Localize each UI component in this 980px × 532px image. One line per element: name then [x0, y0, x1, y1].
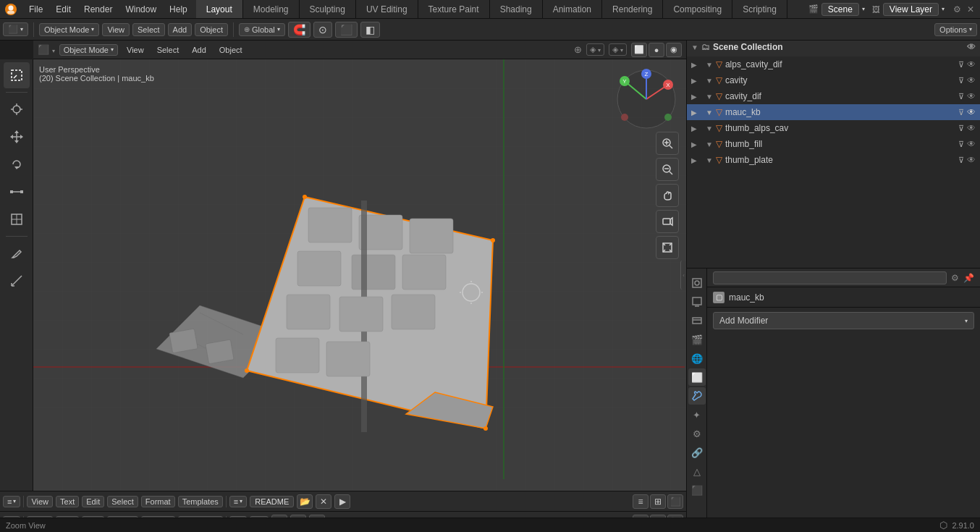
ol-item-thumb-alps-cav[interactable]: ▶ ▼ ▽ thumb_alps_cav ⊽ 👁 [687, 120, 980, 136]
workspace-texture-paint[interactable]: Texture Paint [418, 0, 490, 18]
editor-type-btn[interactable]: ⬛ ▾ [3, 22, 28, 36]
view-menu-btn[interactable]: View [102, 23, 130, 36]
grab-tool-btn[interactable] [656, 184, 679, 207]
camera-view-btn[interactable] [656, 210, 679, 233]
xray-btn[interactable]: ◧ [360, 22, 380, 38]
vis-icon-3[interactable]: 👁 [967, 91, 976, 101]
topbar-filter-icon[interactable]: ⚙ [953, 4, 961, 14]
props-viewlayer-icon[interactable] [688, 312, 706, 329]
vp-select-btn[interactable]: Select [153, 44, 184, 56]
props-material-icon[interactable]: ⬛ [688, 481, 706, 499]
strip1-select-btn[interactable]: Select [107, 496, 138, 507]
vp-add-btn[interactable]: Add [187, 44, 211, 56]
select-menu-btn[interactable]: Select [132, 23, 165, 36]
3d-viewport[interactable]: User Perspective (20) Scene Collection |… [33, 59, 686, 491]
proportional-btn[interactable]: ⊙ [313, 22, 332, 38]
workspace-compositing[interactable]: Compositing [663, 0, 732, 18]
shading-toggle[interactable]: ◈ ▾ [609, 43, 627, 56]
strip1-edit-btn[interactable]: Edit [82, 496, 104, 507]
props-search-input[interactable] [713, 271, 947, 284]
workspace-sculpting[interactable]: Sculpting [300, 0, 356, 18]
strip1-unlink-btn[interactable]: ✕ [316, 494, 331, 509]
move-btn[interactable] [4, 124, 30, 150]
measure-btn[interactable] [4, 268, 30, 294]
props-constraints-icon[interactable]: 🔗 [688, 444, 706, 461]
strip1-open-btn[interactable]: 📂 [297, 494, 313, 509]
scale-btn[interactable] [4, 179, 30, 205]
menu-help[interactable]: Help [164, 3, 193, 16]
strip1-layout-btn1[interactable]: ≡ [633, 494, 649, 509]
shading-solid[interactable]: ⬜ [631, 43, 647, 57]
strip1-text-btn[interactable]: Text [56, 496, 79, 507]
workspace-animation[interactable]: Animation [543, 0, 602, 18]
strip1-templates-btn[interactable]: Templates [178, 496, 223, 507]
strip1-layout-btn2[interactable]: ⊞ [650, 494, 666, 509]
ol-item-thumb-fill[interactable]: ▶ ▼ ▽ thumb_fill ⊽ 👁 [687, 136, 980, 152]
mode-selector[interactable]: Object Mode ▾ [39, 23, 99, 36]
props-physics-icon[interactable]: ⚙ [688, 425, 706, 442]
add-menu-btn[interactable]: Add [168, 23, 193, 36]
zoom-in-btn[interactable] [656, 132, 679, 155]
workspace-layout[interactable]: Layout [196, 0, 243, 18]
workspace-scripting[interactable]: Scripting [732, 0, 787, 18]
ol-item-mauc-kb[interactable]: ▶ ▼ ▽ mauc_kb ⊽ 👁 [687, 104, 980, 120]
menu-file[interactable]: File [23, 3, 48, 16]
select-tool-btn[interactable] [4, 62, 30, 88]
strip1-play-btn[interactable]: ▶ [334, 494, 350, 509]
ol-item-thumb-plate[interactable]: ▶ ▼ ▽ thumb_plate ⊽ 👁 [687, 152, 980, 168]
transform-btn[interactable] [4, 206, 30, 232]
vp-view-btn[interactable]: View [122, 44, 148, 56]
workspace-uv-editing[interactable]: UV Editing [356, 0, 418, 18]
transform-selector[interactable]: ⊕ Global ▾ [239, 23, 285, 36]
vis-icon-7[interactable]: 👁 [967, 155, 976, 165]
props-output-icon[interactable] [688, 293, 706, 311]
workspace-modeling[interactable]: Modeling [243, 0, 300, 18]
props-pin-icon[interactable]: 📌 [963, 273, 974, 283]
topbar-close-icon[interactable]: ✕ [967, 4, 974, 14]
props-render-icon[interactable] [688, 274, 706, 292]
shading-material[interactable]: ● [649, 43, 664, 57]
perspective-toggle-btn[interactable] [656, 236, 679, 259]
ol-item-cavity-dif[interactable]: ▶ ▼ ▽ cavity_dif ⊽ 👁 [687, 88, 980, 104]
strip1-editor-btn[interactable]: ≡ ▾ [3, 496, 20, 507]
props-modifier-icon[interactable] [688, 387, 706, 405]
object-menu-btn[interactable]: Object [195, 23, 228, 36]
ol-item-cavity[interactable]: ▶ ▼ ▽ cavity ⊽ 👁 [687, 72, 980, 88]
props-particles-icon[interactable]: ✦ [688, 406, 706, 423]
vis-icon-6[interactable]: 👁 [967, 139, 976, 149]
view-layer-selector[interactable]: 🖼 View Layer ▾ [872, 3, 945, 16]
strip1-format-btn[interactable]: Format [141, 496, 175, 507]
overlay-toggle[interactable]: ◈ ▾ [586, 43, 604, 56]
workspace-rendering[interactable]: Rendering [602, 0, 663, 18]
strip1-type-icon[interactable]: ≡ ▾ [229, 496, 247, 507]
navigation-gizmo[interactable]: X Y Z [614, 67, 679, 132]
menu-window[interactable]: Window [119, 3, 162, 16]
annotate-btn[interactable] [4, 240, 30, 266]
menu-edit[interactable]: Edit [50, 3, 77, 16]
ol-item-alps-cavity-dif[interactable]: ▶ ▼ ▽ alps_cavity_dif ⊽ 👁 [687, 56, 980, 72]
snap-btn[interactable]: 🧲 [288, 22, 311, 38]
cursor-btn[interactable] [4, 96, 30, 122]
scene-collection-expand[interactable]: ▼ [691, 43, 698, 51]
props-world-icon[interactable]: 🌐 [688, 350, 706, 367]
props-scene-icon[interactable]: 🎬 [688, 331, 706, 348]
vp-mode-selector[interactable]: Object Mode ▾ [59, 44, 118, 56]
props-data-icon[interactable]: △ [688, 463, 706, 480]
props-object-icon[interactable]: ⬜ [688, 368, 706, 386]
viewport-collapse-handle[interactable]: ‹ [680, 261, 686, 290]
vp-editor-icon[interactable]: ⬛ ▾ [38, 44, 55, 55]
menu-render[interactable]: Render [78, 3, 118, 16]
gizmo-btn[interactable]: ⊕ [574, 44, 582, 55]
scene-collection-visibility[interactable]: 👁 [967, 42, 976, 52]
add-modifier-btn[interactable]: Add Modifier ▾ [713, 312, 974, 329]
scene-selector[interactable]: 🎬 Scene ▾ [808, 3, 865, 16]
vis-icon-2[interactable]: 👁 [967, 75, 976, 85]
workspace-shading[interactable]: Shading [490, 0, 543, 18]
vis-icon-5[interactable]: 👁 [967, 123, 976, 133]
props-filter-icon[interactable]: ⚙ [951, 273, 959, 283]
vis-icon-4[interactable]: 👁 [967, 107, 976, 117]
zoom-out-btn[interactable] [656, 158, 679, 181]
strip1-layout-btn3[interactable]: ⬛ [667, 494, 683, 509]
rotate-btn[interactable] [4, 151, 30, 177]
overlay-btn[interactable]: ⬛ [335, 22, 358, 38]
